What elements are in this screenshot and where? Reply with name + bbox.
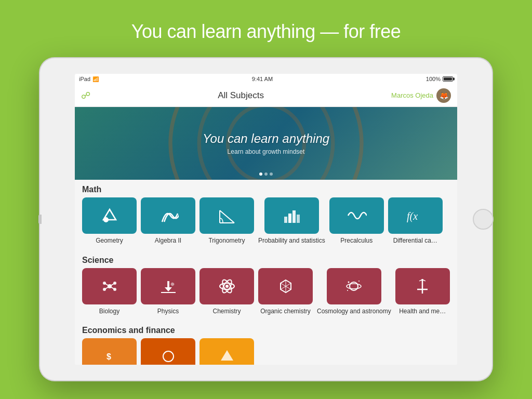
svg-point-22: [171, 283, 174, 286]
label-algebra: Algebra II: [155, 237, 181, 245]
user-name: Marcos Ojeda: [391, 91, 433, 99]
svg-point-35: [347, 290, 348, 291]
avatar: 🦊: [436, 88, 451, 103]
label-precalculus: Precalculus: [340, 237, 373, 245]
label-trigonometry: Trigonometry: [208, 237, 245, 245]
card-econ-1[interactable]: $: [82, 338, 137, 365]
label-chemistry: Chemistry: [212, 308, 241, 316]
card-biology[interactable]: Biology: [82, 268, 137, 316]
label-biology: Biology: [99, 308, 119, 316]
svg-rect-8: [297, 215, 300, 223]
card-trigonometry[interactable]: Trigonometry: [200, 197, 254, 245]
section-economics: Economics and finance $: [75, 321, 457, 365]
user-info[interactable]: Marcos Ojeda 🦊: [391, 88, 451, 103]
hero-dots: [259, 172, 273, 176]
svg-marker-20: [165, 287, 172, 291]
card-organic-chemistry[interactable]: Organic chemistry: [258, 268, 313, 316]
section-label-science: Science: [75, 250, 457, 268]
section-math: Math Geometry: [75, 180, 457, 250]
svg-point-26: [225, 285, 229, 288]
card-physics[interactable]: Physics: [141, 268, 195, 316]
label-probability: Probability and statistics: [258, 237, 325, 245]
svg-point-33: [348, 281, 350, 283]
hero-sub-text: Learn about growth mindset: [228, 148, 305, 155]
section-label-economics: Economics and finance: [75, 321, 457, 338]
svg-text:f(x: f(x: [407, 210, 418, 222]
label-health: Health and me…: [399, 308, 446, 316]
nav-title: All Subjects: [90, 90, 391, 101]
device-label: iPad: [79, 76, 90, 82]
card-geometry[interactable]: Geometry: [82, 197, 137, 245]
svg-marker-41: [221, 350, 233, 361]
nav-bar: ☍ All Subjects Marcos Ojeda 🦊: [75, 84, 457, 107]
card-precalculus[interactable]: Precalculus: [329, 197, 384, 245]
wifi-icon: ️📶: [92, 76, 99, 82]
svg-text:$: $: [107, 352, 111, 361]
svg-point-32: [347, 284, 361, 289]
card-algebra[interactable]: Algebra II: [141, 197, 195, 245]
status-time: 9:41 AM: [252, 76, 273, 82]
math-cards-row: Geometry Algebra II: [75, 197, 457, 250]
card-differential[interactable]: f(x Differential ca…: [388, 197, 443, 245]
ipad-side-button: [38, 215, 42, 224]
economics-cards-row: $: [75, 338, 457, 365]
card-chemistry[interactable]: Chemistry: [200, 268, 254, 316]
svg-point-34: [358, 281, 360, 282]
label-cosmology: Cosmology and astronomy: [317, 308, 391, 316]
ipad-frame: iPad ️📶 9:41 AM 100% ☍ All Subjects Marc…: [40, 58, 492, 380]
label-differential: Differential ca…: [393, 237, 437, 245]
search-icon[interactable]: ☍: [81, 90, 90, 101]
status-bar: iPad ️📶 9:41 AM 100%: [75, 74, 457, 84]
card-econ-2[interactable]: [141, 338, 195, 365]
card-cosmology[interactable]: Cosmology and astronomy: [317, 268, 391, 316]
hero-banner: You can learn anything Learn about growt…: [75, 107, 457, 180]
card-econ-3[interactable]: [200, 338, 254, 365]
science-cards-row: Biology Physics: [75, 268, 457, 321]
label-geometry: Geometry: [96, 237, 123, 245]
card-probability[interactable]: Probability and statistics: [258, 197, 325, 245]
ipad-home-button[interactable]: [473, 209, 494, 230]
battery-label: 100%: [426, 76, 441, 82]
svg-rect-5: [284, 217, 287, 223]
dot-2: [264, 172, 268, 176]
svg-line-4: [220, 210, 234, 223]
svg-rect-7: [292, 210, 296, 223]
svg-point-40: [163, 351, 174, 362]
content-area: Math Geometry: [75, 180, 457, 365]
card-health[interactable]: Health and me…: [395, 268, 450, 316]
svg-rect-6: [288, 214, 291, 223]
dot-1: [259, 172, 262, 176]
dot-3: [270, 172, 273, 176]
ipad-screen: iPad ️📶 9:41 AM 100% ☍ All Subjects Marc…: [75, 74, 457, 365]
battery-icon: [443, 76, 453, 82]
label-organic-chemistry: Organic chemistry: [260, 308, 311, 316]
headline: You can learn anything — for free: [131, 21, 401, 43]
svg-point-38: [421, 279, 423, 281]
section-label-math: Math: [75, 180, 457, 197]
section-science: Science: [75, 250, 457, 321]
label-physics: Physics: [157, 308, 179, 316]
hero-main-text: You can learn anything: [203, 131, 329, 146]
